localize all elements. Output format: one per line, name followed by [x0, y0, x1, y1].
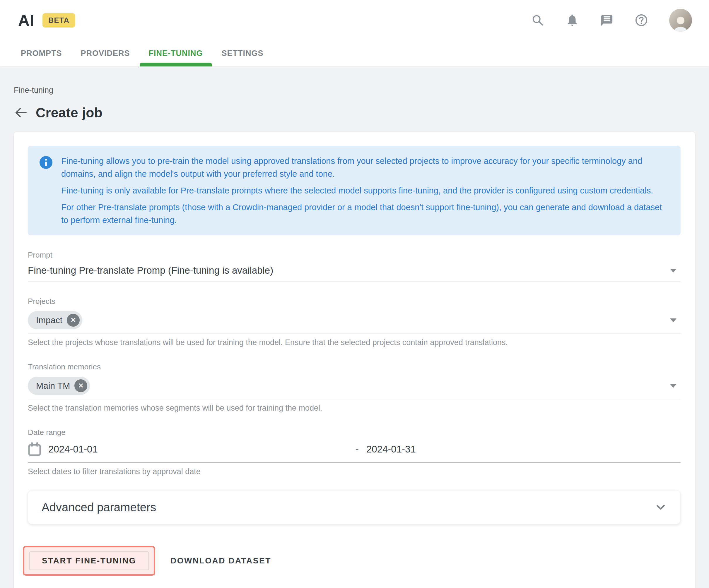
date-start-input[interactable]: 2024-01-01 — [28, 442, 356, 456]
tab-fine-tuning-label: FINE-TUNING — [149, 49, 203, 58]
date-range-row: 2024-01-01 - 2024-01-31 — [28, 442, 681, 463]
prompt-label: Prompt — [28, 251, 681, 260]
tab-settings-label: SETTINGS — [222, 49, 264, 58]
date-range-helper: Select dates to filter translations by a… — [28, 467, 681, 476]
chevron-down-icon[interactable] — [654, 501, 667, 514]
dropdown-caret-icon[interactable] — [670, 269, 677, 273]
info-banner-text: Fine-tuning allows you to pre-train the … — [61, 155, 669, 227]
info-icon — [40, 156, 52, 169]
page-title: Create job — [36, 105, 103, 120]
project-chip-label: Impact — [36, 315, 62, 325]
tab-fine-tuning[interactable]: FINE-TUNING — [140, 40, 212, 66]
messages-icon[interactable] — [600, 13, 613, 27]
translation-memories-select[interactable]: Main TM ✕ — [28, 377, 681, 399]
top-bar: AI BETA — [0, 0, 709, 40]
projects-helper: Select the projects whose translations w… — [28, 338, 681, 347]
download-dataset-button[interactable]: DOWNLOAD DATASET — [165, 552, 277, 570]
date-separator: - — [356, 444, 359, 455]
app-header: AI BETA — [0, 0, 709, 66]
tab-prompts[interactable]: PROMPTS — [12, 40, 71, 66]
banner-paragraph-2: Fine-tuning is only available for Pre-tr… — [61, 184, 669, 197]
translation-memories-field: Translation memories Main TM ✕ Select th… — [28, 362, 681, 413]
help-icon[interactable] — [635, 13, 648, 27]
app-logo: AI — [18, 11, 34, 29]
banner-paragraph-3: For other Pre-translate prompts (those w… — [61, 201, 669, 227]
nav-tabs: PROMPTS PROVIDERS FINE-TUNING SETTINGS — [0, 40, 709, 66]
breadcrumb: Fine-tuning — [14, 86, 695, 95]
project-chip: Impact ✕ — [28, 311, 82, 329]
back-arrow-icon[interactable] — [14, 106, 28, 120]
advanced-parameters-accordion[interactable]: Advanced parameters — [28, 490, 681, 524]
beta-badge: BETA — [43, 13, 75, 28]
tm-chip: Main TM ✕ — [28, 377, 90, 395]
date-start-value: 2024-01-01 — [48, 444, 98, 455]
tm-chip-remove-icon[interactable]: ✕ — [74, 379, 87, 392]
info-banner: Fine-tuning allows you to pre-train the … — [28, 146, 681, 235]
tm-chip-label: Main TM — [36, 381, 70, 391]
projects-select[interactable]: Impact ✕ — [28, 311, 681, 334]
date-end-input[interactable]: 2024-01-31 — [366, 444, 416, 455]
projects-field: Projects Impact ✕ Select the projects wh… — [28, 297, 681, 347]
avatar[interactable] — [669, 9, 692, 32]
date-range-field: Date range 2024-01-01 - 2024-01-31 Selec… — [28, 428, 681, 476]
tab-providers-label: PROVIDERS — [81, 49, 130, 58]
banner-paragraph-1: Fine-tuning allows you to pre-train the … — [61, 155, 669, 180]
tab-providers[interactable]: PROVIDERS — [72, 40, 139, 66]
tab-settings[interactable]: SETTINGS — [213, 40, 273, 66]
dropdown-caret-icon[interactable] — [670, 318, 677, 322]
actions-row: START FINE-TUNING DOWNLOAD DATASET — [28, 546, 681, 576]
search-icon[interactable] — [531, 13, 545, 27]
date-range-label: Date range — [28, 428, 681, 437]
projects-label: Projects — [28, 297, 681, 306]
title-row: Create job — [14, 105, 695, 120]
prompt-field: Prompt Fine-tuning Pre-translate Promp (… — [28, 251, 681, 282]
calendar-icon — [28, 442, 41, 456]
page-content: Fine-tuning Create job Fine-tuning allow… — [0, 86, 709, 588]
create-job-card: Fine-tuning allows you to pre-train the … — [14, 132, 695, 588]
dropdown-caret-icon[interactable] — [670, 384, 677, 388]
start-fine-tuning-button[interactable]: START FINE-TUNING — [29, 552, 149, 570]
tab-prompts-label: PROMPTS — [21, 49, 62, 58]
prompt-select[interactable]: Fine-tuning Pre-translate Promp (Fine-tu… — [28, 265, 681, 282]
advanced-parameters-label: Advanced parameters — [42, 501, 156, 514]
project-chip-remove-icon[interactable]: ✕ — [67, 314, 80, 327]
translation-memories-helper: Select the translation memories whose se… — [28, 403, 681, 413]
translation-memories-label: Translation memories — [28, 362, 681, 371]
header-actions — [531, 9, 692, 32]
notifications-icon[interactable] — [566, 13, 579, 27]
prompt-value: Fine-tuning Pre-translate Promp (Fine-tu… — [28, 265, 273, 276]
start-button-highlight: START FINE-TUNING — [23, 546, 155, 576]
